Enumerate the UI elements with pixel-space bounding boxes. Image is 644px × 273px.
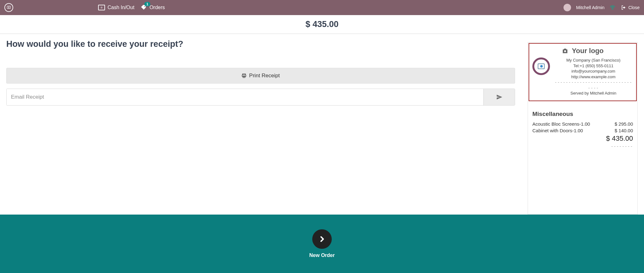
print-receipt-button[interactable]: Print Receipt xyxy=(6,68,515,84)
company-logo-icon xyxy=(532,57,550,75)
email-input[interactable] xyxy=(7,89,483,105)
svg-point-3 xyxy=(144,6,145,7)
cash-icon xyxy=(98,5,105,10)
main-area: How would you like to receive your recei… xyxy=(0,34,644,215)
receipt-subtotal: $ 435.00 xyxy=(532,134,633,143)
close-label: Close xyxy=(628,5,640,10)
orders-badge: 1 xyxy=(144,2,150,6)
new-order-button[interactable] xyxy=(312,229,332,249)
wifi-icon xyxy=(609,4,616,11)
camera-icon xyxy=(562,47,569,54)
footer: New Order xyxy=(0,215,644,273)
receipt-question: How would you like to receive your recei… xyxy=(6,39,515,49)
receipt-preview-wrap: Your logo My Company (San Francisco) Tel… xyxy=(528,39,638,215)
avatar[interactable] xyxy=(564,4,571,11)
nav-cash-in-out[interactable]: Cash In/Out xyxy=(98,5,134,10)
user-name[interactable]: Mitchell Admin xyxy=(576,5,604,10)
svg-point-2 xyxy=(101,7,102,8)
company-email: info@yourcompany.com xyxy=(554,68,633,74)
receipt-preview: Your logo My Company (San Francisco) Tel… xyxy=(528,42,638,215)
company-tel: Tel:+1 (650) 555-0111 xyxy=(554,63,633,69)
receipt-line-amount: $ 140.00 xyxy=(615,127,633,134)
print-label: Print Receipt xyxy=(249,73,280,79)
top-navbar: Cash In/Out 1 Orders Mitchell Admin Clos… xyxy=(0,0,644,15)
receipt-line-amount: $ 295.00 xyxy=(615,121,633,127)
receipt-trailing-dashes: -------- xyxy=(532,144,633,149)
receipt-line-desc: Acoustic Bloc Screens-1.00 xyxy=(532,121,590,127)
company-website: http://www.example.com xyxy=(554,74,633,80)
email-receipt-row xyxy=(6,89,515,106)
company-name: My Company (San Francisco) xyxy=(554,57,633,63)
print-icon xyxy=(242,73,247,78)
receipt-logo-title-row: Your logo xyxy=(532,47,633,55)
nav-cash-label: Cash In/Out xyxy=(108,5,134,10)
exit-icon xyxy=(621,5,626,10)
company-info: My Company (San Francisco) Tel:+1 (650) … xyxy=(554,57,633,96)
new-order-label: New Order xyxy=(309,253,335,258)
receipt-options: How would you like to receive your recei… xyxy=(6,39,515,215)
nav-left-group: Cash In/Out 1 Orders xyxy=(4,3,165,12)
receipt-line: Cabinet with Doors-1.00$ 140.00 xyxy=(532,127,633,134)
receipt-section-title: Miscellaneous xyxy=(532,111,633,117)
receipt-header: Your logo My Company (San Francisco) Tel… xyxy=(529,43,637,101)
svg-point-1 xyxy=(8,7,9,8)
send-email-button[interactable] xyxy=(483,89,515,105)
logo-title-text: Your logo xyxy=(572,47,603,55)
total-amount: $ 435.00 xyxy=(0,15,644,34)
receipt-body: Miscellaneous Acoustic Bloc Screens-1.00… xyxy=(528,104,637,152)
user-avatar-icon[interactable] xyxy=(4,3,13,12)
separator-dashes: -------------------------------- xyxy=(554,79,633,90)
close-button[interactable]: Close xyxy=(621,5,640,10)
receipt-line-desc: Cabinet with Doors-1.00 xyxy=(532,127,583,134)
chevron-right-icon xyxy=(318,235,326,243)
nav-orders-label: Orders xyxy=(149,5,165,10)
served-by: Served by Mitchell Admin xyxy=(554,90,633,96)
svg-point-8 xyxy=(564,50,566,52)
svg-point-4 xyxy=(612,9,613,9)
paper-plane-icon xyxy=(496,94,502,100)
nav-right-group: Mitchell Admin Close xyxy=(564,4,640,11)
nav-orders[interactable]: 1 Orders xyxy=(141,4,165,11)
receipt-line: Acoustic Bloc Screens-1.00$ 295.00 xyxy=(532,121,633,127)
